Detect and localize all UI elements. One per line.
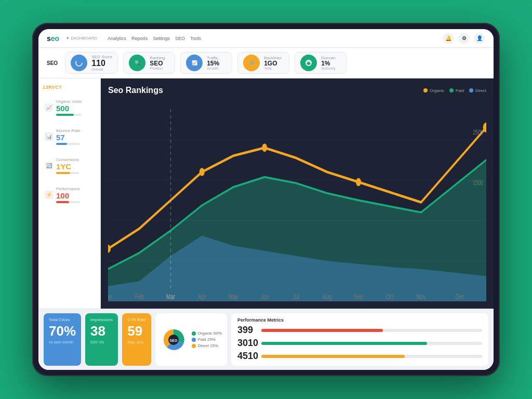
nav-links: Analytics Reports Settings SEO Tools <box>108 36 201 41</box>
tablet-frame: seo ▼ DASHBOARD Analytics Reports Settin… <box>32 23 500 376</box>
sidebar-conv-text: Conversions 1YC <box>56 157 79 174</box>
sidebar-perf-text: Performance 100 <box>56 187 80 203</box>
nav-logo: seo <box>47 34 59 43</box>
logo-eo: eo <box>51 34 59 43</box>
metric-value-ranking: SEO <box>150 60 165 66</box>
bc-value-impressions: 38 <box>90 324 113 338</box>
bottom-card-ctr: CTR Rate 59 Avg. pos <box>122 313 151 366</box>
xlabel-sep: Sep <box>354 292 363 301</box>
sidebar-bounce-text: Bounce Rate 57 <box>56 128 80 145</box>
pie-wrapper: SEO <box>161 327 187 353</box>
bottom-card-impressions: Impressions 38 820 Vis <box>85 313 118 366</box>
metric-card-links: 🔗 Backlinks 1GO Total <box>237 52 289 74</box>
stats-val-direct: 4510 <box>237 351 258 362</box>
xlabel-nov: Nov <box>417 292 426 301</box>
metric-card-seo: SEO Score 110 Overall <box>65 52 118 74</box>
metrics-heading: SEO <box>47 60 58 66</box>
stats-title: Performance Metrics <box>237 317 482 323</box>
sidebar-organic-value: 500 <box>56 104 82 113</box>
metric-card-domain: Domain 1% Authority <box>295 52 347 74</box>
seo-rankings-chart: Jan Feb Mar Apr May Jun Jul Aug Sep Oct … <box>108 99 486 301</box>
nav-link-reports[interactable]: Reports <box>131 36 148 41</box>
dot-0 <box>108 245 111 253</box>
metric-sub-ranking: Position <box>150 66 165 70</box>
sidebar-bounce-value: 57 <box>56 133 80 142</box>
top-nav: seo ▼ DASHBOARD Analytics Reports Settin… <box>38 29 494 48</box>
metric-value-links: 1GO <box>264 60 282 66</box>
xlabel-jul: Jul <box>292 292 299 301</box>
bottom-card-clicks: Total Clicks 70% vs last month <box>44 313 81 366</box>
pie-legend-organic: Organic 60% <box>198 331 222 336</box>
pie-legend: Organic 60% Paid 25% Direct 15% <box>192 331 222 348</box>
metric-sub-seo: Overall <box>91 68 112 71</box>
sidebar-organic-fill <box>56 114 74 116</box>
sidebar-bounce-fill <box>56 143 67 145</box>
bc-label-impressions: Impressions <box>90 317 113 322</box>
legend-dot-blue <box>469 88 473 92</box>
settings-icon[interactable]: ⚙ <box>458 33 470 44</box>
pie-legend-paid: Paid 25% <box>198 337 216 342</box>
sidebar-title: 13RVCT <box>43 85 96 90</box>
nav-link-settings[interactable]: Settings <box>153 36 170 41</box>
legend-dot-teal <box>449 88 454 92</box>
dot-5 <box>262 144 267 152</box>
pie-dot-yellow <box>192 344 196 348</box>
nav-version: ▼ DASHBOARD <box>65 36 97 41</box>
metric-value-traffic: 15% <box>207 60 219 66</box>
legend-label-organic: Organic <box>430 88 444 93</box>
bottom-section: Total Clicks 70% vs last month Impressio… <box>38 309 494 370</box>
stats-row-paid: 3010 <box>237 338 482 349</box>
bottom-card-pie: SEO Organic 60% Paid 25% Direct 15% <box>155 313 227 366</box>
stats-fill-paid <box>261 342 427 345</box>
legend-label-blue: Direct <box>475 88 486 93</box>
conv-icon: 🔄 <box>45 162 53 170</box>
ylabel-2500: 2500 <box>473 128 483 136</box>
metric-circle-seo <box>71 55 87 71</box>
pie-center-label: SEO <box>169 339 177 342</box>
stats-bar-paid <box>261 342 482 345</box>
sidebar-conv-fill <box>56 172 70 174</box>
sidebar-perf-value: 100 <box>56 191 80 200</box>
xlabel-mar: Mar <box>166 292 176 301</box>
metric-info-links: Backlinks 1GO Total <box>264 56 282 70</box>
metric-sub-domain: Authority <box>321 66 336 70</box>
bottom-card-stats: Performance Metrics 399 3010 4510 <box>231 313 488 366</box>
stats-val-organic: 399 <box>237 325 258 336</box>
xlabel-jan: Jan <box>108 292 112 301</box>
user-icon[interactable]: 👤 <box>474 33 485 44</box>
dot-8 <box>356 178 361 187</box>
sidebar-bounce-label: Bounce Rate <box>56 128 80 133</box>
metric-info-ranking: Ranking SEO Position <box>150 56 165 70</box>
pie-legend-direct: Direct 15% <box>198 343 218 348</box>
ylabel-1500: 1500 <box>473 179 483 186</box>
bc-label-ctr: CTR Rate <box>127 317 146 322</box>
sidebar-perf-fill <box>56 201 69 203</box>
nav-link-seo[interactable]: SEO <box>175 36 185 41</box>
stats-fill-direct <box>261 355 405 358</box>
notification-icon[interactable]: 🔔 <box>443 33 454 44</box>
stats-val-paid: 3010 <box>237 338 258 349</box>
sidebar: 13RVCT 📈 Organic Visits 500 📊 Bounce Ra <box>38 78 101 309</box>
metric-info-domain: Domain 1% Authority <box>321 56 336 70</box>
organic-icon: 📈 <box>45 103 53 112</box>
perf-icon: ⚡ <box>45 191 53 199</box>
legend-teal: Paid <box>449 88 464 93</box>
stats-bar-direct <box>261 355 482 358</box>
nav-link-tools[interactable]: Tools <box>190 36 201 41</box>
sidebar-conv-value: 1YC <box>56 162 79 171</box>
sidebar-organic-bar <box>56 114 82 116</box>
pie-legend-item-green: Organic 60% <box>192 331 222 336</box>
xlabel-oct: Oct <box>385 292 394 301</box>
xlabel-dec: Dec <box>456 292 465 301</box>
xlabel-feb: Feb <box>135 292 144 301</box>
xlabel-may: May <box>229 292 238 301</box>
pie-legend-item-yellow: Direct 15% <box>192 343 222 348</box>
sidebar-organic-label: Organic Visits <box>56 99 82 104</box>
metric-sub-traffic: Growth <box>207 66 219 70</box>
xlabel-jun: Jun <box>260 292 269 301</box>
nav-link-analytics[interactable]: Analytics <box>108 36 126 41</box>
sidebar-perf-label: Performance <box>56 187 80 191</box>
pie-dot-green <box>192 331 196 336</box>
metric-value-domain: 1% <box>321 60 336 66</box>
bc-sub-ctr: Avg. pos <box>127 340 146 344</box>
